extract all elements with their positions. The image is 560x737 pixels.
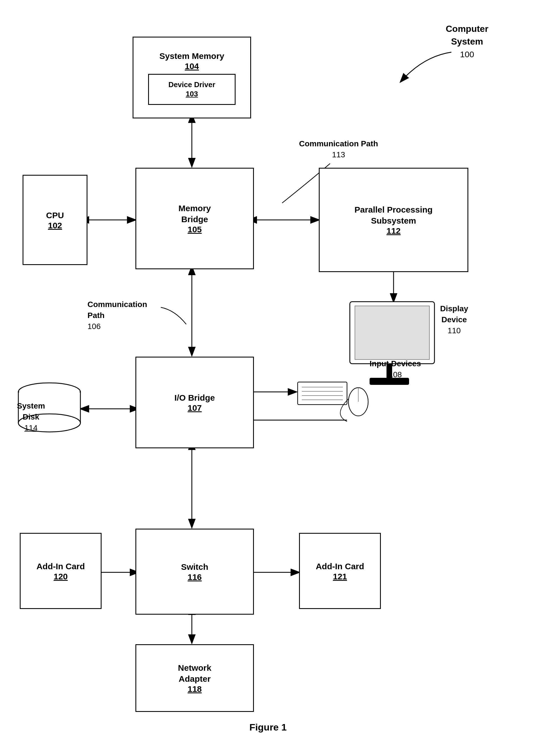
comm-path-106-label: Communication Path 106 (87, 299, 147, 332)
computer-system-label: Computer System 100 (446, 23, 488, 60)
cpu-box: CPU 102 (23, 175, 87, 265)
svg-point-25 (348, 388, 368, 416)
device-driver-box: Device Driver 103 (148, 74, 236, 105)
addin-card-120-box: Add-In Card 120 (20, 533, 102, 609)
comm-path-113-label: Communication Path 113 (299, 138, 378, 160)
parallel-processing-box: Parallel Processing Subsystem 112 (319, 168, 468, 272)
diagram-container: Computer System 100 System Memory 104 De… (0, 0, 560, 737)
network-adapter-box: Network Adapter 118 (135, 644, 254, 712)
input-devices-label: Input Devices 108 (370, 358, 421, 380)
svg-point-27 (18, 383, 80, 401)
diagram-svg (0, 0, 560, 737)
svg-rect-19 (355, 306, 429, 360)
system-memory-box: System Memory 104 Device Driver 103 (133, 37, 251, 118)
figure-caption: Figure 1 (212, 722, 324, 733)
io-bridge-box: I/O Bridge 107 (135, 357, 254, 448)
switch-box: Switch 116 (135, 529, 254, 615)
addin-card-121-box: Add-In Card 121 (299, 533, 381, 609)
memory-bridge-box: Memory Bridge 105 (135, 168, 254, 269)
svg-rect-16 (350, 302, 434, 364)
display-device-label: Display Device 110 (440, 303, 468, 337)
svg-rect-20 (298, 382, 347, 404)
svg-rect-30 (19, 391, 80, 393)
system-disk-label: System Disk 114 (17, 400, 45, 433)
